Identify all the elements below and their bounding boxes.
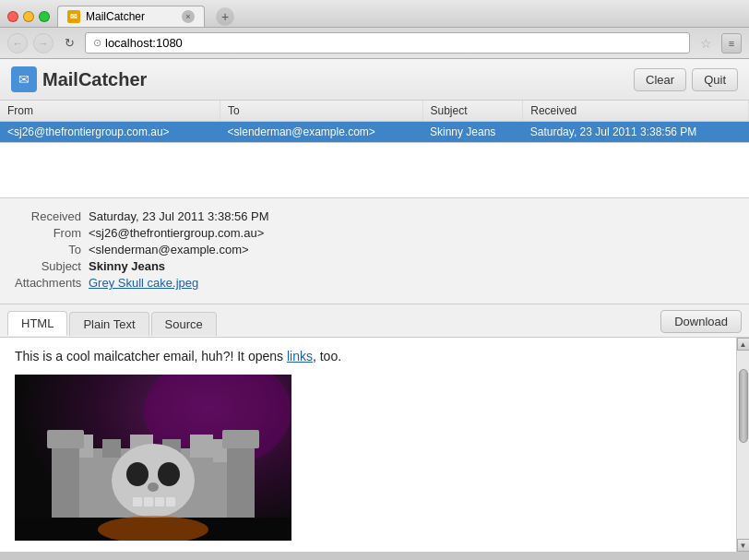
detail-attachments-row: Attachments Grey Skull cake.jpeg [15,276,734,290]
new-tab-button[interactable]: + [216,7,234,26]
col-received: Received [523,101,749,122]
url-bar[interactable]: ⊙ localhost:1080 [85,32,690,54]
close-window-button[interactable] [7,11,18,22]
app-logo: ✉ MailCatcher [11,66,634,92]
window-controls [7,11,50,22]
app-title: MailCatcher [42,69,147,90]
email-subject: Skinny Jeans [422,122,523,143]
tab-html[interactable]: HTML [7,311,67,336]
to-label: To [15,243,89,256]
tab-favicon: ✉ [67,10,80,23]
detail-from-row: From <sj26@thefrontiergroup.com.au> [15,226,734,240]
received-value: Saturday, 23 Jul 2011 3:38:56 PM [89,209,269,223]
svg-rect-12 [133,497,142,506]
email-to: <slenderman@example.com> [220,122,422,143]
detail-subject-row: Subject Skinny Jeans [15,259,734,273]
scrollbar[interactable]: ▲ ▼ [736,338,749,552]
svg-point-9 [126,462,149,486]
col-subject: Subject [422,101,523,122]
email-list-table: From To Subject Received <sj26@thefronti… [0,101,749,143]
svg-point-11 [148,483,159,492]
tab-title: MailCatcher [86,10,145,23]
scrollbar-up-button[interactable]: ▲ [737,338,750,351]
email-content: This is a cool mailcatcher email, huh?! … [0,338,736,552]
browser-menu-button[interactable]: ≡ [721,33,742,54]
attachments-label: Attachments [15,276,89,290]
app-container: ✉ MailCatcher Clear Quit From To Subject… [0,59,749,552]
browser-urlbar: ← → ↻ ⊙ localhost:1080 ☆ ≡ [0,28,749,59]
back-button[interactable]: ← [7,33,28,54]
bookmark-button[interactable]: ☆ [696,33,716,54]
maximize-window-button[interactable] [39,11,50,22]
email-body-link[interactable]: links [287,349,313,363]
content-wrapper: This is a cool mailcatcher email, huh?! … [0,338,749,552]
url-text: localhost:1080 [105,36,183,50]
quit-button[interactable]: Quit [692,68,738,91]
attachment-link[interactable]: Grey Skull cake.jpeg [89,276,198,290]
scrollbar-thumb[interactable] [739,369,748,443]
svg-rect-18 [47,430,84,448]
svg-point-8 [112,444,195,518]
svg-rect-19 [222,430,259,448]
refresh-button[interactable]: ↻ [59,33,79,54]
browser-tab[interactable]: ✉ MailCatcher × [57,6,205,27]
col-to: To [220,101,422,122]
logo-icon: ✉ [11,66,37,92]
clear-button[interactable]: Clear [634,68,686,91]
svg-rect-6 [190,435,213,458]
email-body-text: This is a cool mailcatcher email, huh?! … [15,349,721,363]
email-text-after-link: , too. [313,349,341,363]
email-list-empty [0,143,749,198]
svg-rect-3 [102,439,121,458]
subject-value: Skinny Jeans [89,259,165,273]
browser-titlebar: ✉ MailCatcher × + [0,0,749,28]
url-lock-icon: ⊙ [93,37,101,49]
from-value: <sj26@thefrontiergroup.com.au> [89,226,264,240]
detail-received-row: Received Saturday, 23 Jul 2011 3:38:56 P… [15,209,734,223]
tab-source[interactable]: Source [151,312,217,336]
email-image [15,375,291,541]
col-from: From [0,101,220,122]
forward-button[interactable]: → [33,33,54,54]
skull-svg [15,375,291,541]
svg-rect-14 [155,497,164,506]
email-detail: Received Saturday, 23 Jul 2011 3:38:56 P… [0,198,749,304]
from-label: From [15,226,89,240]
email-text-before-link: This is a cool mailcatcher email, huh?! … [15,349,287,363]
app-header: ✉ MailCatcher Clear Quit [0,59,749,101]
tabs-bar: HTML Plain Text Source Download [0,304,749,338]
download-button[interactable]: Download [660,310,742,333]
tab-plain-text[interactable]: Plain Text [69,312,149,336]
email-from: <sj26@thefrontiergroup.com.au> [0,122,220,143]
minimize-window-button[interactable] [23,11,34,22]
tab-close-button[interactable]: × [182,10,195,23]
svg-rect-16 [52,444,79,522]
detail-to-row: To <slenderman@example.com> [15,243,734,256]
scrollbar-down-button[interactable]: ▼ [737,539,750,552]
to-value: <slenderman@example.com> [89,243,249,256]
svg-rect-15 [166,497,175,506]
subject-label: Subject [15,259,89,273]
svg-point-10 [158,462,180,486]
svg-rect-13 [144,497,153,506]
email-received: Saturday, 23 Jul 2011 3:38:56 PM [523,122,749,143]
received-label: Received [15,209,89,223]
svg-rect-17 [227,444,255,522]
email-row[interactable]: <sj26@thefrontiergroup.com.au> <slenderm… [0,122,749,143]
